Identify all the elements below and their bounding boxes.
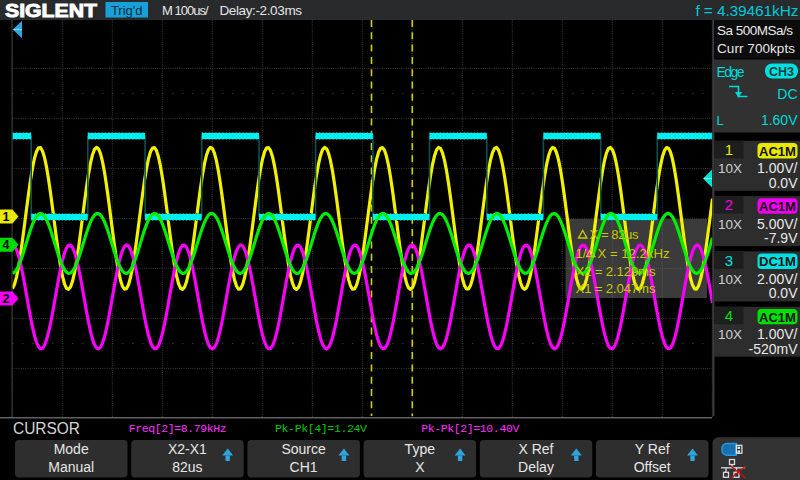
svg-text:Curr 700kpts: Curr 700kpts (717, 41, 795, 56)
svg-text:CH1: CH1 (290, 459, 318, 475)
svg-text:1/: 1/ (576, 246, 587, 261)
svg-text:DC: DC (777, 86, 797, 102)
svg-text:AC1M: AC1M (759, 310, 796, 325)
svg-text:0.0V: 0.0V (769, 285, 798, 301)
svg-text:X = 12.2kHz: X = 12.2kHz (598, 246, 670, 261)
svg-text:10X: 10X (718, 272, 742, 287)
svg-text:Freq[2]=8.79kHz: Freq[2]=8.79kHz (129, 422, 227, 435)
svg-text:1: 1 (3, 210, 10, 224)
svg-text:Trig'd: Trig'd (111, 3, 143, 18)
svg-text:2: 2 (3, 292, 10, 306)
svg-text:Delay: Delay (518, 459, 554, 475)
svg-text:Offset: Offset (634, 459, 671, 475)
svg-text:Type: Type (405, 441, 436, 457)
svg-text:AC1M: AC1M (759, 144, 796, 159)
svg-text:DC1M: DC1M (759, 254, 796, 269)
svg-text:f = 4.39461kHz: f = 4.39461kHz (696, 2, 799, 19)
svg-text:-520mV: -520mV (748, 341, 798, 357)
svg-text:10X: 10X (718, 161, 742, 176)
svg-text:X: X (415, 459, 425, 475)
svg-text:1.60V: 1.60V (761, 112, 798, 128)
svg-text:X1 = 2.047ms: X1 = 2.047ms (576, 281, 656, 296)
svg-text:Pk-Pk[2]=10.40V: Pk-Pk[2]=10.40V (421, 422, 519, 435)
svg-text:Y Ref: Y Ref (635, 441, 670, 457)
svg-text:M 100us/: M 100us/ (162, 3, 209, 18)
svg-text:CH3: CH3 (769, 65, 794, 79)
svg-text:X Ref: X Ref (518, 441, 553, 457)
svg-text:10X: 10X (718, 327, 742, 342)
svg-text:X2-X1: X2-X1 (168, 441, 207, 457)
svg-text:L: L (717, 113, 724, 128)
svg-text:Mode: Mode (54, 441, 89, 457)
svg-text:AC1M: AC1M (759, 199, 796, 214)
svg-text:4: 4 (3, 238, 10, 252)
svg-text:4: 4 (725, 307, 733, 324)
svg-text:CURSOR: CURSOR (13, 420, 80, 437)
svg-text:2: 2 (725, 196, 733, 213)
svg-text:Edge: Edge (717, 64, 745, 80)
svg-text:Manual: Manual (48, 459, 94, 475)
svg-text:Source: Source (281, 441, 326, 457)
svg-text:Delay:-2.03ms: Delay:-2.03ms (220, 3, 303, 18)
svg-text:X2 = 2.129ms: X2 = 2.129ms (576, 264, 656, 279)
svg-text:82us: 82us (172, 459, 202, 475)
svg-text:1: 1 (725, 141, 733, 158)
svg-text:3: 3 (725, 252, 733, 269)
svg-text:SIGLENT: SIGLENT (5, 1, 97, 21)
svg-text:0.0V: 0.0V (769, 175, 798, 191)
svg-text:Pk-Pk[4]=1.24V: Pk-Pk[4]=1.24V (275, 422, 367, 435)
svg-text:Sa 500MSa/s: Sa 500MSa/s (717, 23, 793, 38)
svg-text:10X: 10X (718, 217, 742, 232)
svg-text:X = 82us: X = 82us (590, 227, 639, 242)
svg-text:-7.9V: -7.9V (764, 230, 798, 246)
